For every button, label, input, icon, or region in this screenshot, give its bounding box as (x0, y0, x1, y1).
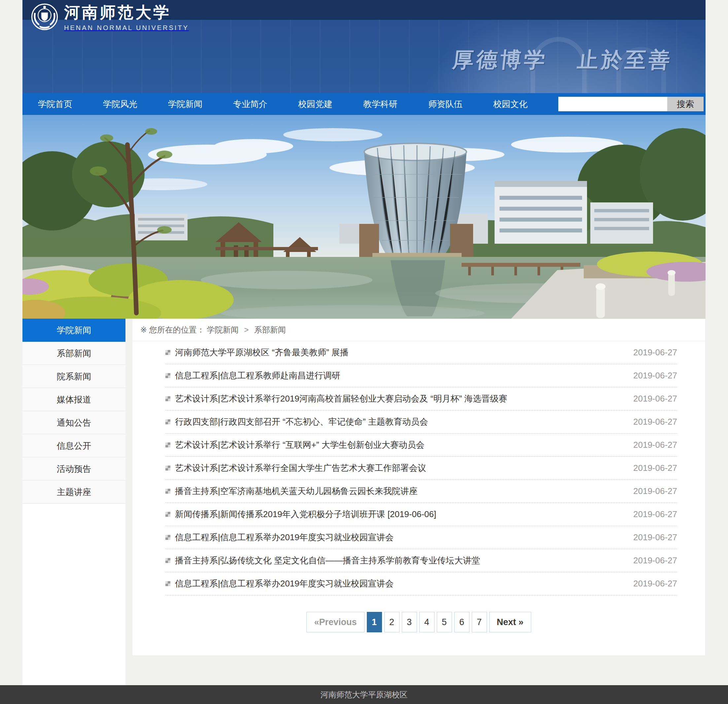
news-date: 2019-06-27 (633, 486, 677, 496)
sidebar: 学院新闻系部新闻院系新闻媒体报道通知公告信息公开活动预告主题讲座 (22, 319, 126, 685)
pagination-page-button[interactable]: 6 (454, 612, 469, 632)
pagination-pages: 1234567 (367, 612, 489, 632)
news-date: 2019-06-27 (633, 417, 677, 427)
content-area: 学院新闻系部新闻院系新闻媒体报道通知公告信息公开活动预告主题讲座 ※ 您所在的位… (22, 319, 706, 685)
news-bullet-icon (165, 442, 170, 447)
news-date: 2019-06-27 (633, 463, 677, 473)
nav-item[interactable]: 师资队伍 (428, 98, 462, 110)
news-date: 2019-06-27 (633, 555, 677, 566)
search-button[interactable]: 搜索 (667, 97, 703, 111)
breadcrumb-separator: > (244, 325, 248, 334)
site-header: 厚德博学止於至善 河南师范大学 HENAN NORMAL UNIVERSITY (22, 0, 706, 93)
news-date: 2019-06-27 (633, 440, 677, 450)
sidebar-item[interactable]: 主题讲座 (22, 480, 126, 503)
breadcrumb-prefix: ※ 您所在的位置： (140, 325, 205, 334)
university-name-zh: 河南师范大学 (64, 3, 171, 22)
news-date: 2019-06-27 (633, 393, 677, 404)
news-row: 艺术设计系|艺术设计系举行2019河南高校首届轻创业大赛启动会及 “明月杯” 海… (165, 387, 677, 411)
pagination-page-button[interactable]: 1 (367, 612, 382, 632)
site-wrapper: 厚德博学止於至善 河南师范大学 HENAN NORMAL UNIVERSITY … (22, 0, 706, 685)
news-date: 2019-06-27 (633, 347, 677, 358)
news-bullet-icon (165, 535, 170, 540)
pagination-previous-button[interactable]: «Previous (306, 612, 364, 632)
news-bullet-icon (165, 396, 170, 401)
cone-building (359, 143, 473, 260)
news-bullet-icon (165, 558, 170, 563)
search-bar: 搜索 (558, 97, 703, 111)
news-title-link[interactable]: 艺术设计系|艺术设计系举行2019河南高校首届轻创业大赛启动会及 “明月杯” 海… (175, 393, 623, 405)
university-motto: 厚德博学止於至善 (451, 46, 674, 74)
news-title-link[interactable]: 艺术设计系|艺术设计系举行全国大学生广告艺术大赛工作部署会议 (175, 462, 623, 474)
news-date: 2019-06-27 (633, 578, 677, 589)
news-list: 河南师范大学平原湖校区 “齐鲁最美教师” 展播 2019-06-27 信息工程系… (132, 341, 705, 596)
pagination-page-button[interactable]: 4 (419, 612, 435, 632)
news-bullet-icon (165, 512, 170, 517)
news-row: 播音主持系|弘扬传统文化 坚定文化自信——播音主持系学前教育专业传坛大讲堂 20… (165, 549, 677, 572)
news-bullet-icon (165, 373, 170, 378)
news-bullet-icon (165, 350, 170, 355)
news-title-link[interactable]: 播音主持系|空军济南基地机关蓝天幼儿园杨鲁云园长来我院讲座 (175, 486, 623, 497)
campus-scene (22, 115, 706, 319)
news-title-link[interactable]: 播音主持系|弘扬传统文化 坚定文化自信——播音主持系学前教育专业传坛大讲堂 (175, 555, 623, 566)
pagination-page-button[interactable]: 3 (402, 612, 417, 632)
news-bullet-icon (165, 419, 170, 424)
sidebar-item[interactable]: 媒体报道 (22, 388, 126, 411)
search-input[interactable] (558, 97, 667, 111)
news-title-link[interactable]: 信息工程系|信息工程系举办2019年度实习就业校园宣讲会 (175, 578, 623, 590)
campus-banner-photo (22, 115, 706, 319)
news-title-link[interactable]: 艺术设计系|艺术设计系举行 “互联网+” 大学生创新创业大赛动员会 (175, 439, 623, 451)
news-row: 播音主持系|空军济南基地机关蓝天幼儿园杨鲁云园长来我院讲座 2019-06-27 (165, 480, 677, 503)
nav-item[interactable]: 学院新闻 (168, 98, 202, 110)
sidebar-item[interactable]: 学院新闻 (22, 319, 126, 342)
news-title-link[interactable]: 河南师范大学平原湖校区 “齐鲁最美教师” 展播 (175, 347, 623, 358)
motto-part1: 厚德博学 (451, 47, 549, 72)
nav-item[interactable]: 学院风光 (103, 98, 137, 110)
news-date: 2019-06-27 (633, 370, 677, 381)
news-bullet-icon (165, 489, 170, 494)
main-panel: ※ 您所在的位置： 学院新闻 > 系部新闻 河南师范大学平原湖校区 “齐鲁最美教… (132, 319, 706, 656)
pagination-next-button[interactable]: Next » (489, 612, 531, 632)
news-row: 艺术设计系|艺术设计系举行全国大学生广告艺术大赛工作部署会议 2019-06-2… (165, 457, 677, 480)
news-row: 河南师范大学平原湖校区 “齐鲁最美教师” 展播 2019-06-27 (165, 341, 677, 364)
news-row: 信息工程系|信息工程系举办2019年度实习就业校园宣讲会 2019-06-27 (165, 526, 677, 549)
pagination: «Previous 1234567 Next » (132, 612, 705, 655)
pagination-page-button[interactable]: 7 (472, 612, 487, 632)
nav-item[interactable]: 学院首页 (38, 98, 72, 110)
university-name-en: HENAN NORMAL UNIVERSITY (64, 24, 189, 32)
sidebar-item[interactable]: 信息公开 (22, 434, 126, 457)
news-title-link[interactable]: 信息工程系|信息工程系教师赴南昌进行调研 (175, 370, 623, 382)
pagination-page-button[interactable]: 2 (384, 612, 400, 632)
nav-item[interactable]: 教学科研 (363, 98, 397, 110)
sidebar-item[interactable]: 院系新闻 (22, 365, 126, 388)
news-date: 2019-06-27 (633, 532, 677, 542)
sidebar-item[interactable]: 系部新闻 (22, 342, 126, 365)
nav-item[interactable]: 校园文化 (493, 98, 527, 110)
news-row: 信息工程系|信息工程系教师赴南昌进行调研 2019-06-27 (165, 364, 677, 387)
sidebar-item[interactable]: 活动预告 (22, 457, 126, 480)
nav-item[interactable]: 专业简介 (233, 98, 267, 110)
main-nav: 学院首页学院风光学院新闻专业简介校园党建教学科研师资队伍校园文化搜索 (22, 93, 706, 115)
breadcrumb-link-level2[interactable]: 系部新闻 (254, 325, 286, 334)
news-title-link[interactable]: 行政四支部|行政四支部召开 “不忘初心、牢记使命” 主题教育动员会 (175, 416, 623, 428)
news-bullet-icon (165, 581, 170, 586)
sidebar-item[interactable]: 通知公告 (22, 411, 126, 434)
breadcrumb: ※ 您所在的位置： 学院新闻 > 系部新闻 (132, 319, 705, 341)
nav-item[interactable]: 校园党建 (298, 98, 332, 110)
news-title-link[interactable]: 信息工程系|信息工程系举办2019年度实习就业校园宣讲会 (175, 532, 623, 543)
news-row: 新闻传播系|新闻传播系2019年入党积极分子培训班开课 [2019-06-06]… (165, 503, 677, 526)
news-date: 2019-06-27 (633, 509, 677, 519)
news-bullet-icon (165, 465, 170, 471)
news-row: 行政四支部|行政四支部召开 “不忘初心、牢记使命” 主题教育动员会 2019-0… (165, 411, 677, 434)
news-title-link[interactable]: 新闻传播系|新闻传播系2019年入党积极分子培训班开课 [2019-06-06] (175, 509, 623, 520)
motto-part2: 止於至善 (576, 47, 674, 72)
news-row: 艺术设计系|艺术设计系举行 “互联网+” 大学生创新创业大赛动员会 2019-0… (165, 434, 677, 457)
site-footer: 河南师范大学平原湖校区 (0, 685, 728, 704)
footer-text: 河南师范大学平原湖校区 (321, 690, 408, 699)
pagination-page-button[interactable]: 5 (437, 612, 452, 632)
main-column: ※ 您所在的位置： 学院新闻 > 系部新闻 河南师范大学平原湖校区 “齐鲁最美教… (132, 319, 706, 685)
university-logo[interactable]: 河南师范大学 HENAN NORMAL UNIVERSITY (31, 3, 189, 32)
university-seal-icon (31, 3, 58, 30)
breadcrumb-link-level1[interactable]: 学院新闻 (207, 325, 238, 334)
news-row: 信息工程系|信息工程系举办2019年度实习就业校园宣讲会 2019-06-27 (165, 572, 677, 596)
